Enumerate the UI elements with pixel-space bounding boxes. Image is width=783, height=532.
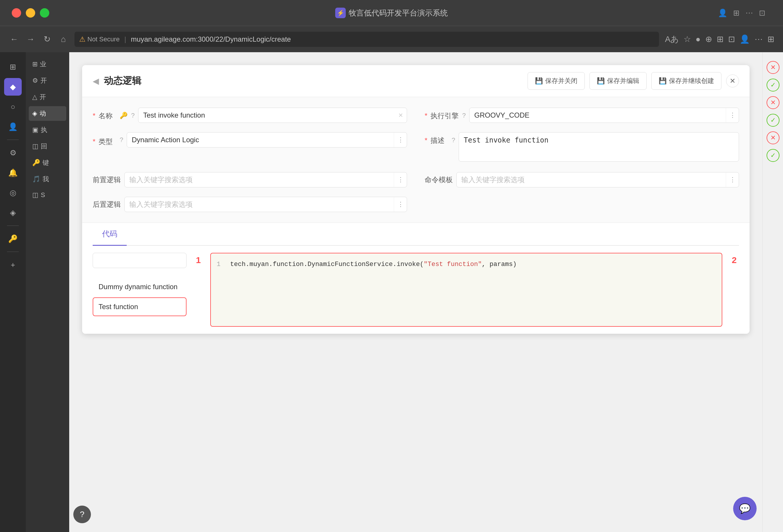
annotation-2-wrap: 2	[729, 253, 739, 327]
type-dropdown[interactable]: ⋮	[394, 132, 407, 147]
nav-item-dynamic[interactable]: ◈ 动	[29, 106, 66, 121]
browser-actions: Aあ ☆ ● ⊕ ⊞ ⊡ 👤 ⋯ ⊞	[665, 34, 774, 45]
nav-item-chain[interactable]: 🔑 键	[29, 155, 66, 170]
right-btn-5[interactable]: ✕	[766, 131, 780, 144]
user-icon[interactable]: 👤	[718, 8, 727, 18]
extension-icon[interactable]: ⊕	[705, 34, 712, 44]
overflow-icon[interactable]: ⋯	[755, 34, 763, 44]
nav-item-recycle[interactable]: ◫ 回	[29, 139, 66, 154]
save-continue-button[interactable]: 💾 保存并继续创建	[651, 72, 721, 90]
form-container: ◀ 动态逻辑 💾 保存并关闭 💾 保存并编辑 💾	[82, 65, 750, 334]
traffic-lights	[12, 8, 49, 18]
sidebar-toggle-icon[interactable]: ⊞	[717, 34, 723, 44]
copy-icon[interactable]: ⊞	[733, 8, 740, 18]
desc-textarea[interactable]: Test invoke function	[459, 132, 739, 162]
window-title: ⚡ 牧言低代码开发平台演示系统	[335, 8, 448, 18]
fullscreen-icon[interactable]: ⊞	[768, 34, 774, 44]
sidebar-icon-add[interactable]: +	[4, 256, 22, 274]
code-editor[interactable]: 1 tech.muyan.function.DynamicFunctionSer…	[210, 253, 723, 327]
exec-engine-input[interactable]: GROOVY_CODE ⋮	[469, 107, 739, 123]
exec-engine-field: * 执行引擎 ? GROOVY_CODE ⋮	[425, 107, 739, 123]
business-label: 业	[40, 60, 46, 69]
forward-button[interactable]: →	[25, 35, 36, 44]
sidebar-icon-circle[interactable]: ○	[4, 98, 22, 116]
sidebar-icon-puzzle[interactable]: ◈	[4, 204, 22, 221]
line-number: 1	[217, 259, 225, 270]
bookmark-icon[interactable]: ☆	[684, 34, 691, 44]
form-row-4: 后置逻辑 输入关键字搜索选项 ⋮	[93, 197, 739, 212]
function-item-dummy[interactable]: Dummy dynamic function	[93, 277, 187, 296]
nav-item-dev2[interactable]: △ 开	[29, 90, 66, 104]
cmd-template-input[interactable]: 输入关键字搜索选项 ⋮	[456, 172, 739, 187]
close-button[interactable]: ✕	[726, 74, 739, 87]
minimize-button[interactable]	[26, 8, 35, 18]
tab-code[interactable]: 代码	[93, 223, 127, 246]
name-info-icon[interactable]: ?	[131, 107, 135, 119]
form-body: * 名称 🔑 ? Test invoke function ✕	[82, 97, 750, 223]
nav-item-business[interactable]: ⊞ 业	[29, 57, 66, 71]
text-size-icon[interactable]: Aあ	[665, 34, 679, 45]
sidebar-icon-user[interactable]: 👤	[4, 118, 22, 135]
desc-info-icon[interactable]: ?	[451, 132, 455, 144]
required-mark: *	[93, 112, 95, 120]
sidebar-icon-diamond[interactable]: ◆	[4, 78, 22, 96]
address-bar[interactable]: ⚠ Not Secure | muyan.agileage.com:3000/2…	[74, 32, 659, 47]
type-select[interactable]: Dynamic Action Logic ⋮	[127, 132, 407, 148]
right-btn-2[interactable]: ✓	[766, 79, 780, 92]
profile-icon[interactable]: 👤	[740, 34, 750, 44]
maximize-button[interactable]	[40, 8, 49, 18]
exec-info-icon[interactable]: ?	[462, 107, 466, 119]
code-section: 🔍 Dummy dynamic function Test function	[82, 246, 750, 334]
code-content: tech.muyan.function.DynamicFunctionServi…	[230, 259, 517, 270]
post-logic-input[interactable]: 输入关键字搜索选项 ⋮	[124, 197, 407, 212]
s-icon: ◫	[32, 191, 38, 199]
code-string: "Test function"	[424, 261, 482, 268]
expand-icon[interactable]: ⊡	[759, 8, 765, 18]
download-icon[interactable]: ⊡	[728, 34, 735, 44]
save-edit-button[interactable]: 💾 保存并编辑	[590, 72, 647, 90]
sidebar-icon-bell[interactable]: 🔔	[4, 164, 22, 182]
cmd-dropdown[interactable]: ⋮	[726, 173, 739, 187]
post-logic-dropdown[interactable]: ⋮	[394, 197, 407, 212]
right-btn-3[interactable]: ✕	[766, 96, 780, 109]
function-items: Dummy dynamic function Test function	[93, 277, 187, 316]
name-input[interactable]: Test invoke function ✕	[138, 107, 407, 123]
nav-item-me[interactable]: 🎵 我	[29, 172, 66, 187]
save-close-button[interactable]: 💾 保存并关闭	[528, 72, 585, 90]
more-icon[interactable]: ⋯	[746, 8, 753, 18]
form-title: 动态逻辑	[104, 74, 142, 87]
right-panel: ✕ ✓ ✕ ✓ ✕ ✓	[762, 52, 783, 532]
form-header: ◀ 动态逻辑 💾 保存并关闭 💾 保存并编辑 💾	[82, 65, 750, 97]
annotation-1-wrap: 1	[193, 253, 203, 327]
nav-item-dev1[interactable]: ⚙ 开	[29, 73, 66, 88]
pre-logic-dropdown[interactable]: ⋮	[394, 173, 407, 187]
sidebar-icon-key[interactable]: 🔑	[4, 230, 22, 248]
nav-item-exec[interactable]: ▣ 执	[29, 123, 66, 137]
clear-icon[interactable]: ✕	[398, 112, 403, 119]
s-label: S	[41, 191, 45, 199]
name-input-wrap: Test invoke function ✕	[138, 107, 407, 123]
chain-label: 键	[42, 158, 49, 167]
function-search-input[interactable]	[93, 253, 187, 268]
pre-logic-input[interactable]: 输入关键字搜索选项 ⋮	[124, 172, 407, 187]
nav-item-s[interactable]: ◫ S	[29, 188, 66, 202]
close-button[interactable]	[12, 8, 21, 18]
sidebar-icon-settings[interactable]: ⚙	[4, 144, 22, 162]
right-btn-1[interactable]: ✕	[766, 61, 780, 74]
home-button[interactable]: ⌂	[58, 35, 69, 44]
reload-button[interactable]: ↻	[42, 34, 52, 44]
form-row-1: * 名称 🔑 ? Test invoke function ✕	[93, 107, 739, 123]
function-item-test[interactable]: Test function	[93, 298, 187, 316]
type-info-icon[interactable]: ?	[120, 136, 123, 144]
help-button[interactable]: ?	[73, 506, 91, 523]
sidebar-icon-github[interactable]: ◎	[4, 184, 22, 201]
back-button[interactable]: ←	[9, 35, 19, 44]
sidebar-icon-grid[interactable]: ⊞	[4, 58, 22, 76]
pre-logic-input-wrap: 输入关键字搜索选项 ⋮	[124, 172, 407, 187]
right-btn-6[interactable]: ✓	[766, 149, 780, 162]
recycle-icon: ◫	[32, 143, 38, 150]
right-btn-4[interactable]: ✓	[766, 114, 780, 127]
me-label: 我	[42, 175, 49, 184]
chat-button[interactable]: 💬	[733, 497, 757, 520]
exec-engine-dropdown[interactable]: ⋮	[726, 108, 739, 123]
